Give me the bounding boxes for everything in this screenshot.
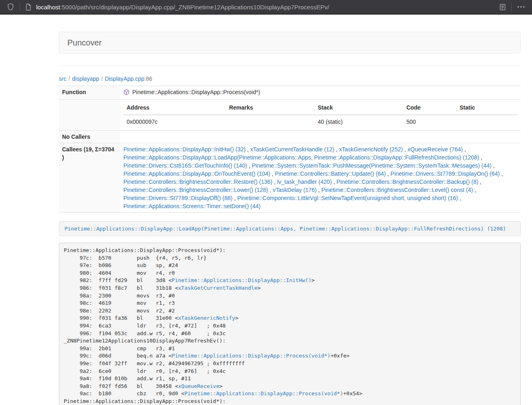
url-host: localhost: [36, 4, 60, 11]
toolbar-divider: [511, 3, 512, 11]
col-header-static: Static: [456, 102, 517, 115]
callee-link[interactable]: Pinetime::Components::LittleVgl::SetNewT…: [237, 195, 458, 201]
callee-link[interactable]: Pinetime::Controllers::BrightnessControl…: [123, 187, 268, 193]
callee-link[interactable]: Pinetime::Controllers::BrightnessControl…: [321, 187, 473, 193]
code-symbol-link[interactable]: Pinetime::Applications::DisplayApp::Proc…: [172, 353, 330, 359]
function-symbol: Pinetime::Applications::DisplayApp::Proc…: [123, 88, 260, 96]
col-header-address: Address: [123, 102, 226, 115]
selected-symbol-link[interactable]: Pinetime::Applications::DisplayApp::Load…: [65, 226, 506, 232]
callee-link[interactable]: Pinetime::Applications::DisplayApp::Init…: [123, 146, 246, 153]
symbol-table: Function Pinetime::Applications::Display…: [59, 86, 521, 213]
page-info-icon[interactable]: [23, 4, 34, 11]
shield-icon[interactable]: [5, 3, 16, 11]
table-row: 0x0000097c 40 (static) 500: [123, 115, 517, 128]
disassembly-block: Pinetime::Applications::DisplayApp::Proc…: [59, 243, 521, 405]
callee-link[interactable]: Pinetime::Drivers::St7789::DisplayOn() (…: [390, 170, 500, 177]
callee-link[interactable]: Pinetime::Applications::DisplayApp::Load…: [123, 154, 479, 161]
callee-link[interactable]: vTaskDelay (176): [273, 187, 317, 193]
breadcrumb-file-link[interactable]: DisplayApp.cpp: [105, 75, 144, 82]
callees-list: Pinetime::Applications::DisplayApp::Init…: [120, 143, 521, 213]
stack-value: 40 (static): [314, 115, 403, 128]
function-name: Pinetime::Applications::DisplayApp::Proc…: [132, 88, 260, 96]
overflow-menu-icon[interactable]: [515, 6, 527, 8]
browser-toolbar: localhost:5000/path/src/displayapp/Displ…: [0, 0, 532, 15]
callee-link[interactable]: xTaskGetCurrentTaskHandle (12): [250, 146, 334, 153]
callee-link[interactable]: Pinetime::Controllers::Battery::Update()…: [275, 170, 386, 177]
callee-link[interactable]: xTaskGenericNotify (252): [339, 146, 403, 153]
callee-link[interactable]: lv_task_handler (420): [277, 179, 332, 185]
address-value: 0x0000097c: [123, 115, 226, 128]
col-header-stack: Stack: [314, 102, 403, 115]
breadcrumb-displayapp-link[interactable]: displayapp: [72, 75, 99, 82]
callee-link[interactable]: Pinetime::Applications::DisplayApp::OnTo…: [123, 170, 270, 177]
callee-link[interactable]: Pinetime::Controllers::BrightnessControl…: [336, 179, 478, 185]
code-symbol-link[interactable]: xTaskGenericNotify: [178, 315, 235, 321]
callee-link[interactable]: Pinetime::System::SystemTask::PushMessag…: [252, 162, 492, 169]
toolbar-divider: [19, 3, 20, 11]
callees-label: Callees (19, Σ=3704 ): [59, 143, 120, 213]
divider-rule: [59, 65, 521, 66]
callers-row: No Callers: [59, 131, 521, 143]
col-header-remarks: Remarks: [226, 102, 314, 115]
stats-row: Address Remarks Stack Code Static 0x0000…: [59, 100, 521, 131]
reader-mode-icon[interactable]: [497, 4, 508, 11]
code-size-value: 500: [403, 115, 456, 128]
static-value: [456, 115, 517, 128]
selected-symbol-panel: Pinetime::Applications::DisplayApp::Load…: [59, 221, 521, 236]
callers-label: No Callers: [59, 131, 120, 143]
breadcrumb: src/displayapp/DisplayApp.cpp:86: [59, 75, 521, 83]
callee-link[interactable]: xQueueReceive (764): [407, 146, 463, 153]
url-text: localhost:5000/path/src/displayapp/Displ…: [36, 4, 329, 11]
breadcrumb-src-link[interactable]: src: [59, 75, 67, 82]
callee-link[interactable]: Pinetime::Drivers::Cst816S::GetTouchInfo…: [123, 162, 247, 169]
app-header: Puncover: [59, 32, 521, 54]
url-bar[interactable]: localhost:5000/path/src/displayapp/Displ…: [23, 0, 497, 14]
callee-link[interactable]: Pinetime::Applications::Screens::Timer::…: [123, 203, 261, 209]
url-path: :5000/path/src/displayapp/DisplayApp.cpp…: [60, 4, 329, 11]
cube-icon: [123, 89, 129, 95]
breadcrumb-line-number: :86: [144, 75, 152, 82]
function-row: Function Pinetime::Applications::Display…: [59, 86, 521, 100]
code-symbol-link[interactable]: xTaskGetCurrentTaskHandle: [178, 285, 258, 291]
page-title: Puncover: [67, 38, 512, 47]
stats-table: Address Remarks Stack Code Static 0x0000…: [123, 102, 517, 128]
breadcrumb-separator: /: [101, 75, 103, 82]
callee-link[interactable]: Pinetime::Controllers::BrightnessControl…: [123, 179, 272, 185]
code-symbol-link[interactable]: xQueueReceive: [178, 383, 220, 389]
code-symbol-link[interactable]: Pinetime::Applications::DisplayApp::Proc…: [184, 390, 343, 396]
callee-link[interactable]: Pinetime::Drivers::St7789::DisplayOff() …: [123, 195, 233, 201]
function-label: Function: [59, 86, 120, 100]
remarks-value: [226, 115, 314, 128]
col-header-code: Code: [403, 102, 456, 115]
code-symbol-link[interactable]: Pinetime::Applications::DisplayApp::Init…: [172, 277, 311, 283]
page-content: Puncover src/displayapp/DisplayApp.cpp:8…: [59, 32, 521, 405]
breadcrumb-separator: /: [69, 75, 70, 82]
callees-row: Callees (19, Σ=3704 ) Pinetime::Applicat…: [59, 143, 521, 213]
